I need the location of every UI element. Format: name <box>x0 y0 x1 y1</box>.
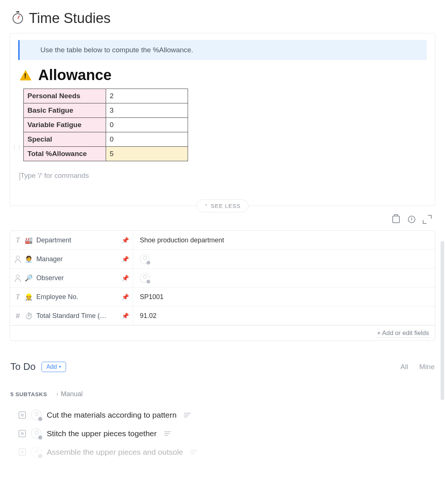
task-row: Assemble the upper pieces and outsole <box>19 447 435 457</box>
stopwatch-small-icon: ⏱️ <box>25 312 33 320</box>
print-icon[interactable] <box>392 216 400 223</box>
task-checkbox[interactable] <box>19 430 26 437</box>
scrollbar[interactable] <box>441 241 444 400</box>
text-type-icon: T <box>14 293 21 301</box>
task-assignee-icon[interactable] <box>31 428 42 439</box>
command-input[interactable]: Type '/' for commands <box>20 172 427 180</box>
subtask-count: 5 SUBTASKS <box>10 391 47 397</box>
field-value-manager[interactable] <box>133 250 435 268</box>
description-icon <box>164 431 171 436</box>
field-row-total-std-time: # ⏱️ Total Standard Time (mi… 📌 91.02 <box>10 306 435 325</box>
field-row-employee-no: T 👷 Employee No. 📌 SP1001 <box>10 288 435 306</box>
number-type-icon: # <box>14 312 21 320</box>
allowance-heading: Allowance <box>38 67 112 83</box>
history-icon[interactable] <box>408 216 415 223</box>
allowance-label: Basic Fatigue <box>24 103 106 118</box>
see-less-button[interactable]: ⌃ SEE LESS <box>197 199 248 212</box>
table-row: Special 0 <box>24 132 188 147</box>
pin-icon[interactable]: 📌 <box>122 312 129 319</box>
allowance-label: Personal Needs <box>24 89 106 103</box>
stopwatch-icon <box>13 13 23 24</box>
table-row-total: Total %Allowance 5 <box>24 147 188 161</box>
task-title[interactable]: Stitch the upper pieces together <box>47 429 157 438</box>
task-assignee-icon[interactable] <box>31 410 42 420</box>
field-row-observer: 🔎 Observer 📌 <box>10 269 435 288</box>
fields-panel: T 🏭 Department 📌 Shoe production departm… <box>10 231 435 341</box>
person-type-icon <box>14 256 21 262</box>
description-icon <box>184 413 191 417</box>
task-checkbox[interactable] <box>19 448 26 456</box>
table-row: Personal Needs 2 <box>24 89 188 103</box>
description-card: Use the table below to compute the %Allo… <box>10 33 435 206</box>
add-edit-fields-button[interactable]: + Add or edit fields <box>377 329 429 338</box>
todo-heading: To Do <box>10 361 36 372</box>
filter-mine[interactable]: Mine <box>419 363 435 371</box>
worker-icon: 👷 <box>25 293 33 301</box>
allowance-value[interactable]: 0 <box>106 118 188 132</box>
task-row: Stitch the upper pieces together <box>19 428 435 439</box>
allowance-value[interactable]: 0 <box>106 132 188 147</box>
field-value-department[interactable]: Shoe production department <box>133 231 435 249</box>
chevron-up-icon: ⌃ <box>204 203 208 209</box>
pin-icon[interactable]: 📌 <box>122 237 129 244</box>
text-type-icon: T <box>14 236 21 244</box>
pin-icon[interactable]: 📌 <box>122 294 129 301</box>
field-label: Department <box>36 236 71 244</box>
allowance-total-value: 5 <box>106 147 188 161</box>
task-assignee-icon[interactable] <box>31 447 42 457</box>
field-label: Observer <box>36 274 64 282</box>
field-row-manager: 🧑‍💼 Manager 📌 <box>10 250 435 269</box>
manager-icon: 🧑‍💼 <box>25 255 33 263</box>
magnifier-icon: 🔎 <box>25 274 33 282</box>
allowance-value[interactable]: 3 <box>106 103 188 118</box>
warning-icon <box>20 70 32 80</box>
field-value-observer[interactable] <box>133 269 435 287</box>
field-label: Total Standard Time (mi… <box>36 312 111 320</box>
caret-down-icon: ▾ <box>59 364 61 369</box>
add-task-button[interactable]: Add ▾ <box>42 362 66 372</box>
allowance-label: Special <box>24 132 106 147</box>
field-value-employee-no[interactable]: SP1001 <box>133 288 435 306</box>
allowance-total-label: Total %Allowance <box>24 147 106 161</box>
pin-icon[interactable]: 📌 <box>122 256 129 263</box>
empty-assignee-icon[interactable] <box>140 273 149 283</box>
description-icon <box>191 450 197 454</box>
field-label: Manager <box>36 255 63 263</box>
allowance-value[interactable]: 2 <box>106 89 188 103</box>
field-value-total-std-time[interactable]: 91.02 <box>133 306 435 325</box>
drag-handle-icon[interactable]: ⋮⋮ <box>12 145 22 150</box>
arrow-up-icon: ↑ <box>56 391 59 397</box>
empty-assignee-icon[interactable] <box>140 254 149 264</box>
info-banner: Use the table below to compute the %Allo… <box>18 40 427 60</box>
table-row: Variable Fatigue 0 <box>24 118 188 132</box>
task-title[interactable]: Assemble the upper pieces and outsole <box>47 448 183 457</box>
field-row-department: T 🏭 Department 📌 Shoe production departm… <box>10 231 435 250</box>
allowance-table: Personal Needs 2 Basic Fatigue 3 Variabl… <box>23 89 188 161</box>
factory-icon: 🏭 <box>25 236 33 244</box>
task-title[interactable]: Cut the materials according to pattern <box>47 411 177 420</box>
table-row: Basic Fatigue 3 <box>24 103 188 118</box>
field-label: Employee No. <box>36 293 78 301</box>
filter-all[interactable]: All <box>400 363 408 371</box>
expand-icon[interactable] <box>423 216 431 223</box>
task-row: Cut the materials according to pattern <box>19 410 435 420</box>
sort-mode-button[interactable]: ↑ Manual <box>56 390 83 398</box>
task-checkbox[interactable] <box>19 411 26 419</box>
page-title: Time Studies <box>29 10 111 26</box>
pin-icon[interactable]: 📌 <box>122 275 129 282</box>
person-type-icon <box>14 275 21 281</box>
allowance-label: Variable Fatigue <box>24 118 106 132</box>
